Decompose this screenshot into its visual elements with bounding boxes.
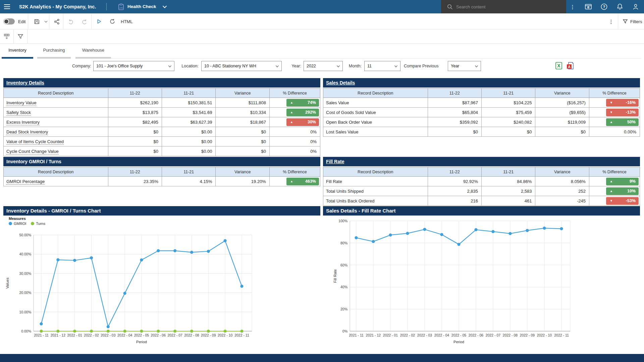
user-account-button[interactable] [631, 2, 640, 11]
user-icon [632, 3, 639, 10]
record-description-cell: Cycle Count Change Value [4, 146, 108, 156]
value-cell: $63,627.39 [162, 117, 215, 127]
pct-difference-cell: ▲30% [269, 117, 320, 127]
hamburger-menu-icon[interactable] [3, 3, 11, 10]
pct-difference-cell: 0% [269, 127, 320, 137]
y-axis-title: Fill Rate [333, 269, 337, 283]
value-cell: -245 [535, 196, 589, 206]
gmroi-turns-line-chart: 0.00%10.00%20.00%30.00%40.00%50.00%2021 … [3, 215, 320, 349]
filters-button[interactable]: Filters [623, 19, 642, 24]
undo-button[interactable] [65, 16, 76, 27]
y-axis-title: Values [5, 278, 9, 289]
turns-point [190, 329, 193, 333]
gmroi-point [207, 250, 210, 253]
fill-rate-panel: Fill Rate Record Description11-2211-21Va… [323, 157, 640, 206]
record-link[interactable]: Dead Stock Inventory [6, 129, 48, 135]
record-link[interactable]: Inventory Value [6, 100, 36, 106]
export-pdf-button[interactable]: A [566, 62, 574, 70]
company-select[interactable]: 101 - Joe's Office Supply [93, 61, 174, 71]
pct-value: 9% [630, 179, 636, 184]
record-description-cell: Total Units Shipped [323, 186, 428, 196]
export-excel-button[interactable]: X [555, 62, 563, 70]
month-select[interactable]: 11 [364, 61, 400, 71]
location-select[interactable]: 10 - ABC Stationery NY WH [201, 61, 282, 71]
tab-inventory[interactable]: Inventory [2, 44, 33, 59]
value-cell: $0 [108, 127, 162, 137]
sub-toolbar [0, 29, 644, 44]
value-cell: $0 [481, 127, 535, 137]
save-options-chevron[interactable] [42, 16, 50, 27]
value-cell: $104,225 [481, 98, 535, 108]
help-button[interactable]: ? [600, 2, 608, 11]
table-row: Inventory Value$262,190$150,381.51$111,8… [4, 98, 320, 108]
column-header: 11-22 [108, 88, 162, 98]
table-row: Total Units Back Ordered216461-245▼-53% [323, 196, 640, 206]
save-button[interactable] [31, 16, 42, 27]
gmroi-point [190, 251, 193, 254]
year-select[interactable]: 2022 [304, 61, 343, 71]
chevron-down-icon [168, 65, 171, 67]
fill-rate-table: Record Description11-2211-21Variance% Di… [323, 167, 640, 206]
pct-difference-badge: ▼-13% [606, 109, 639, 116]
value-cell: 84.86% [481, 177, 535, 186]
tab-purchasing[interactable]: Purchasing [37, 44, 71, 59]
x-tick-label: 2022 - 09 [201, 333, 216, 337]
dashboard-chevron-down-icon[interactable] [162, 5, 167, 8]
column-header: 11-21 [162, 167, 215, 177]
pivot-table-button[interactable] [0, 29, 14, 44]
year-label: Year: [288, 61, 301, 71]
dashboard-name[interactable]: Health Check [127, 0, 156, 13]
preview-button[interactable] [584, 2, 593, 11]
fill-rate-point [457, 243, 460, 246]
record-description-cell: Inventory Value [4, 98, 108, 108]
value-cell: 19.20% [216, 177, 269, 186]
value-cell: $0.00 [162, 137, 215, 146]
pct-value: -13% [626, 110, 636, 115]
turns-point [173, 329, 176, 333]
value-cell: 252 [535, 186, 589, 196]
compare-previous-select[interactable]: Year [448, 61, 481, 71]
record-link[interactable]: Cycle Count Change Value [6, 149, 59, 155]
edit-toggle[interactable] [3, 18, 15, 24]
y-tick-label: 20.00% [19, 291, 31, 295]
up-arrow-icon: ▲ [610, 121, 613, 124]
record-description-cell: Safety Stock [4, 108, 108, 117]
appbar-kebab-menu[interactable]: ⋮ [568, 2, 577, 11]
x-tick-label: 2022 - 10 [218, 333, 233, 337]
window-eye-icon [585, 3, 592, 10]
y-tick-label: 50.00% [19, 233, 31, 237]
tab-warehouse[interactable]: Warehouse [75, 44, 111, 59]
down-arrow-icon: ▼ [610, 199, 613, 202]
run-button[interactable] [93, 16, 105, 27]
inventory-gmroi-table: Record Description11-2211-21Variance% Di… [3, 167, 320, 186]
record-link[interactable]: Safety Stock [6, 110, 31, 116]
gmroi-point [240, 285, 243, 288]
share-button[interactable] [51, 16, 62, 27]
value-cell: $359,092 [428, 117, 481, 127]
record-link[interactable]: Excess Inventory [6, 120, 40, 125]
redo-button[interactable] [78, 16, 90, 27]
fill-rate-point [423, 228, 426, 231]
header-row: Record Description11-2211-21Variance% Di… [323, 88, 640, 98]
toolbar-kebab-menu[interactable]: ⋮ [605, 16, 617, 27]
record-link[interactable]: Value of Items Cycle Counted [6, 139, 64, 145]
record-link[interactable]: GMROI Percentage [6, 179, 45, 185]
up-arrow-icon: ▲ [610, 190, 613, 193]
excel-icon: X [555, 62, 563, 70]
search-input[interactable] [456, 4, 550, 9]
pct-difference-cell: ▼-13% [589, 108, 640, 117]
notifications-button[interactable] [615, 2, 624, 11]
record-description-cell: Value of Items Cycle Counted [4, 137, 108, 146]
refresh-button[interactable] [107, 16, 118, 27]
html-button[interactable]: HTML [118, 19, 135, 24]
value-cell: $75,459 [481, 108, 535, 117]
svg-text:A: A [568, 65, 571, 69]
value-cell: 23.35% [108, 177, 162, 186]
record-description-cell: Cost of Goods Sold Value [323, 108, 428, 117]
value-cell: $119,009 [535, 117, 589, 127]
column-header: Record Description [4, 88, 108, 98]
turns-point [40, 329, 43, 333]
filter-rows-button[interactable] [14, 29, 28, 44]
month-label: Month: [345, 61, 362, 71]
save-icon [34, 18, 40, 25]
